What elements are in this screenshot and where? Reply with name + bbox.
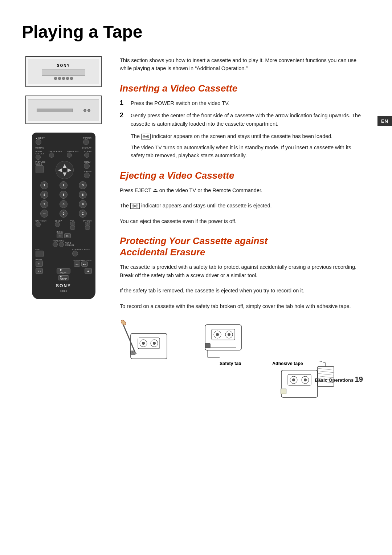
search-group: ——SEARCH—— ◄◄ ▶▶ <box>74 259 92 267</box>
ejecting-section: Ejecting a Video Cassette Press EJECT ⏏ … <box>120 170 363 225</box>
num-c[interactable]: C <box>79 210 87 218</box>
num-5[interactable]: 5 <box>60 191 68 199</box>
vcr-btn-4 <box>66 77 69 80</box>
vol-plus-button[interactable]: + <box>70 222 75 226</box>
power-group: POWER <box>83 137 91 145</box>
vol-minus-button[interactable]: – <box>70 226 75 230</box>
enter-button[interactable] <box>84 173 90 178</box>
on-screen-group: ON SCREEN <box>49 150 62 160</box>
timer-rec-label: TIMER REC <box>67 150 79 153</box>
on-timer-button[interactable] <box>36 222 41 227</box>
on-screen-button[interactable] <box>49 153 54 158</box>
vcr-btn-5 <box>70 77 73 80</box>
counter-reset-button[interactable] <box>72 251 78 256</box>
ff-search-button[interactable]: ▶▶ <box>81 262 88 267</box>
vcr-btn-7 <box>87 109 90 112</box>
diagram-area: Safety tab <box>120 317 363 366</box>
vcr-top-face: SONY <box>28 59 99 84</box>
power-button[interactable] <box>83 139 89 145</box>
step-1: 1 Press the POWER switch on the video TV… <box>120 99 363 107</box>
pause-button[interactable]: ⏸ <box>36 261 43 267</box>
num-9[interactable]: 9 <box>79 200 87 208</box>
svg-point-14 <box>216 333 219 336</box>
page-number: 19 <box>355 375 363 383</box>
progr-plus-button[interactable]: + <box>85 222 90 226</box>
vcr-sony-label: SONY <box>57 64 70 68</box>
inserting-note-2: The video TV turns on automatically when… <box>131 143 363 160</box>
counter-reset-group: COUNTER RESET <box>72 248 92 257</box>
on-timer-group: ON TIMER <box>36 220 47 230</box>
num-dash[interactable]: -/-- <box>40 210 48 218</box>
ejecting-line-3: You can eject the cassette even if the p… <box>120 217 363 225</box>
num-6[interactable]: 6 <box>79 191 87 199</box>
right-column: This section shows you how to insert a c… <box>120 56 363 376</box>
ejecting-line-2: The ⊕⊕ indicator appears and stays until… <box>120 202 363 210</box>
tracking-up-button[interactable] <box>59 242 64 247</box>
page: Playing a Tape EN SONY <box>0 0 392 398</box>
svg-point-15 <box>228 333 230 336</box>
num-0[interactable]: 0 <box>60 210 68 218</box>
eject-group: ▲EJECT <box>36 137 45 145</box>
svg-rect-16 <box>205 344 210 348</box>
display-label: DISPLAY <box>82 147 91 149</box>
tracking-down-button[interactable] <box>53 242 58 247</box>
index-next-button[interactable]: ▶▶ <box>64 233 71 238</box>
menu-group: MENU ENTER <box>84 161 91 179</box>
play-button[interactable]: ▶ PLAY <box>57 268 70 274</box>
progr-minus-button[interactable]: – <box>85 226 90 230</box>
step-2-text: Gently press the center of the front sid… <box>131 112 363 128</box>
eject-button[interactable] <box>36 139 41 145</box>
pause-label: PAUSE <box>36 259 43 261</box>
protecting-title: Protecting Your Cassette againstAccident… <box>120 235 363 258</box>
vcr-display <box>42 69 85 76</box>
step-1-text: Press the POWER switch on the video TV. <box>131 99 229 107</box>
picture-mode-button[interactable] <box>36 165 44 173</box>
screwdriver-diagram <box>120 319 176 366</box>
vol-group: VOL + – <box>70 220 75 230</box>
num-4[interactable]: 4 <box>40 191 48 199</box>
vcr-btn-2 <box>58 77 61 80</box>
rec-button[interactable] <box>36 251 44 257</box>
svg-point-24 <box>292 378 295 381</box>
adhesive-tape-label: Adhesive tape <box>272 361 303 366</box>
protecting-section: Protecting Your Cassette againstAccident… <box>120 235 363 366</box>
stop-button[interactable]: ■ STOP <box>58 275 69 280</box>
vcr-btn-6 <box>83 109 86 112</box>
index-bottom-label: INDEX <box>60 290 67 292</box>
menu-label: MENU <box>84 161 91 163</box>
nav-group: ▲ ▼ ◄ ► <box>45 161 84 179</box>
progr-group: PROGR + – <box>83 220 92 230</box>
on-timer-label: ON TIMER <box>36 220 47 222</box>
svg-rect-21 <box>288 374 311 385</box>
svg-rect-0 <box>131 333 167 359</box>
screwdriver-svg <box>120 319 176 366</box>
timer-rec-button[interactable] <box>67 153 72 158</box>
nav-pad[interactable]: ▲ ▼ ◄ ► <box>56 161 74 179</box>
safety-tab-label: Safety tab <box>220 361 241 366</box>
clear-label: CLEAR <box>84 150 92 153</box>
index-prev-button[interactable]: ◄◄ <box>57 233 63 238</box>
inserting-note-1: The ⊕⊕ indicator appears on the screen a… <box>131 132 363 140</box>
num-7[interactable]: 7 <box>40 200 48 208</box>
num-8[interactable]: 8 <box>60 200 68 208</box>
ff-button[interactable]: ▶▶ <box>85 268 92 274</box>
protecting-line-2: If the safety tab is removed, the casset… <box>120 287 363 295</box>
sleep-button[interactable] <box>55 222 60 227</box>
rew-search-button[interactable]: ◄◄ <box>74 262 80 267</box>
rew-button[interactable]: ◄◄ <box>36 268 43 274</box>
num-3[interactable]: 3 <box>79 181 87 189</box>
clear-button[interactable] <box>84 153 89 158</box>
inserting-title: Inserting a Video Cassette <box>120 83 363 94</box>
menu-button[interactable] <box>84 163 90 169</box>
enter-label: ENTER <box>84 170 91 173</box>
manual-label: MANUAL <box>65 244 74 246</box>
picture-mode-group: PICTURE MODE <box>36 161 46 179</box>
input-select-button[interactable] <box>36 155 41 160</box>
remote-sony-label: SONY <box>36 283 92 288</box>
num-1[interactable]: 1 <box>40 181 48 189</box>
num-2[interactable]: 2 <box>60 181 68 189</box>
muting-label: MUTING <box>36 147 45 149</box>
step-1-number: 1 <box>120 99 127 107</box>
sleep-label: SLEEP <box>55 220 62 222</box>
svg-rect-10 <box>205 325 241 350</box>
